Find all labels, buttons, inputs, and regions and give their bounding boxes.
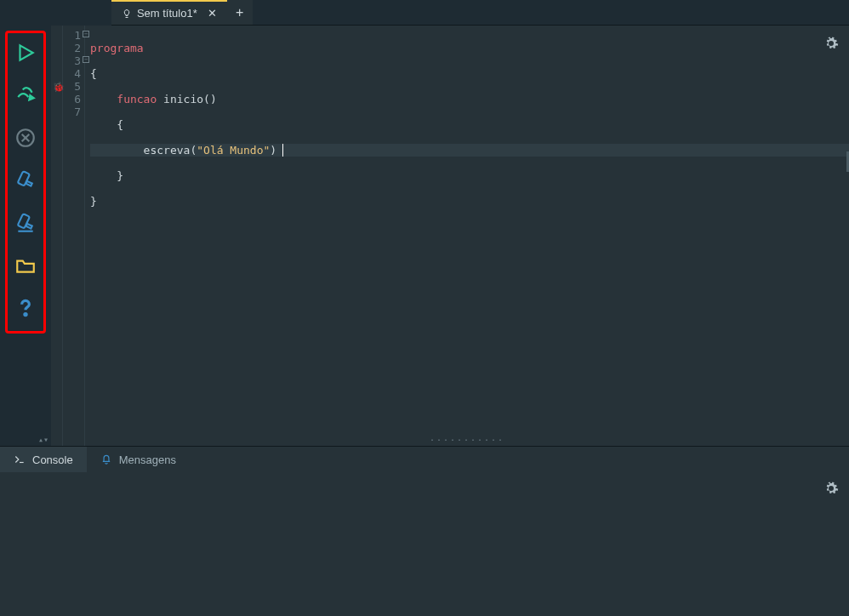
- line-number: 1: [74, 29, 81, 42]
- splitter-handle[interactable]: ···········: [430, 434, 504, 447]
- svg-rect-6: [26, 181, 31, 186]
- svg-marker-1: [29, 95, 33, 100]
- console-output[interactable]: [0, 472, 849, 616]
- code-token: {: [90, 118, 123, 131]
- tab-messages[interactable]: Mensagens: [87, 447, 190, 472]
- line-number: 4: [74, 67, 81, 80]
- code-editor[interactable]: 1− 2 3− 4 🐞5 6 7 programa { funcao inici…: [51, 26, 849, 446]
- text-caret: [276, 144, 283, 157]
- code-area[interactable]: programa { funcao inicio() { escreva("Ol…: [85, 26, 849, 446]
- line-number: 2: [74, 42, 81, 54]
- code-token: inicio(): [157, 93, 216, 106]
- code-token: "Olá Mundo": [197, 144, 270, 157]
- close-icon[interactable]: ✕: [208, 7, 217, 20]
- run-button[interactable]: [11, 38, 40, 67]
- code-token: escreva: [90, 144, 190, 157]
- terminal-icon: [14, 453, 26, 465]
- gear-icon[interactable]: [823, 481, 839, 499]
- line-number: 7: [74, 106, 81, 118]
- tab-console-label: Console: [32, 453, 73, 466]
- main-area: 1− 2 3− 4 🐞5 6 7 programa { funcao inici…: [0, 26, 849, 446]
- code-token: funcao: [117, 93, 157, 106]
- svg-rect-8: [26, 224, 31, 229]
- debug-step-button[interactable]: [11, 81, 40, 110]
- tab-bar: Portugol Studio Sem título1* ✕ +: [0, 0, 849, 26]
- sidebar-highlight: [5, 31, 46, 334]
- code-token: {: [90, 67, 97, 80]
- line-gutter: 1− 2 3− 4 🐞5 6 7: [63, 26, 85, 446]
- svg-point-10: [25, 314, 26, 316]
- tab-messages-label: Mensagens: [119, 453, 176, 466]
- bulb-icon: [122, 9, 132, 19]
- bug-icon[interactable]: 🐞: [53, 81, 65, 94]
- new-tab-button[interactable]: +: [227, 0, 253, 25]
- stop-button[interactable]: [11, 123, 40, 152]
- code-token: }: [90, 169, 123, 182]
- sidebar: [0, 26, 51, 446]
- bell-icon: [100, 453, 112, 465]
- svg-marker-0: [20, 45, 33, 60]
- save-as-button[interactable]: [11, 208, 40, 237]
- panel-collapse-icon[interactable]: ▴▾: [38, 433, 48, 446]
- line-number: 3: [74, 54, 81, 67]
- code-token: programa: [90, 42, 144, 54]
- tab-file[interactable]: Sem título1* ✕: [111, 0, 227, 25]
- code-token: }: [90, 195, 97, 208]
- tab-console[interactable]: Console: [0, 447, 87, 472]
- tab-file-label: Sem título1*: [137, 7, 197, 20]
- line-number: 5: [74, 80, 81, 93]
- gear-icon[interactable]: [823, 36, 839, 54]
- bottom-tabs: Console Mensagens: [0, 447, 849, 472]
- save-button[interactable]: [11, 166, 40, 195]
- bottom-panel: Console Mensagens: [0, 446, 849, 616]
- help-button[interactable]: [11, 294, 40, 322]
- line-number: 6: [74, 93, 81, 106]
- open-button[interactable]: [11, 251, 40, 280]
